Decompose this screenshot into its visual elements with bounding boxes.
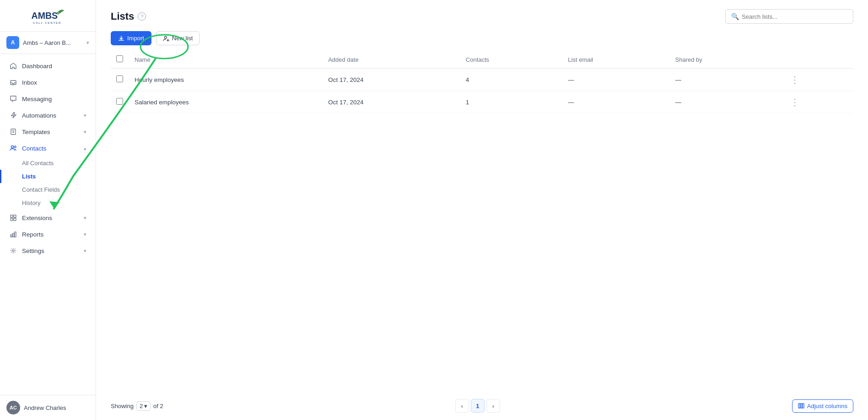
svg-rect-15 bbox=[798, 404, 800, 408]
users-icon bbox=[9, 144, 17, 152]
pagination-controls: ‹ 1 › bbox=[455, 399, 500, 413]
sidebar-item-templates[interactable]: Templates ▾ bbox=[0, 124, 96, 140]
page-header: Lists ? 🔍 bbox=[96, 0, 868, 24]
extensions-label: Extensions bbox=[22, 215, 79, 221]
account-name: Ambs – Aaron B... bbox=[23, 39, 83, 46]
lists-table: Name ↓ Added date Contacts List email Sh… bbox=[111, 51, 853, 113]
select-all-checkbox[interactable] bbox=[116, 55, 123, 62]
svg-rect-9 bbox=[14, 218, 16, 221]
search-input[interactable] bbox=[742, 13, 847, 20]
svg-rect-6 bbox=[11, 215, 13, 217]
zap-icon bbox=[9, 111, 17, 119]
sidebar-item-contacts[interactable]: Contacts ▴ bbox=[0, 140, 96, 156]
row-checkbox-1[interactable] bbox=[116, 75, 123, 82]
row-contacts-2: 1 bbox=[460, 91, 563, 113]
user-name: Andrew Charles bbox=[24, 404, 66, 411]
subnav-contact-fields[interactable]: Contact Fields bbox=[0, 183, 96, 196]
search-box[interactable]: 🔍 bbox=[725, 9, 853, 24]
columns-icon bbox=[798, 403, 804, 409]
grid-icon bbox=[9, 214, 17, 222]
bar-chart-icon bbox=[9, 230, 17, 238]
col-header-added-date: Added date bbox=[323, 51, 460, 69]
extensions-chevron-icon: ▾ bbox=[84, 215, 86, 221]
row-checkbox-2[interactable] bbox=[116, 98, 123, 105]
showing-text: Showing 2 ▾ of 2 bbox=[111, 401, 163, 411]
row-email-2: — bbox=[562, 91, 669, 113]
search-icon: 🔍 bbox=[731, 13, 739, 20]
adjust-columns-button[interactable]: Adjust columns bbox=[792, 399, 853, 413]
svg-point-13 bbox=[12, 250, 14, 252]
contacts-subnav: All Contacts Lists Contact Fields Histor… bbox=[0, 156, 96, 210]
svg-point-4 bbox=[11, 146, 14, 148]
row-more-button-1[interactable]: ⋮ bbox=[788, 74, 801, 85]
svg-text:CALL CENTER: CALL CENTER bbox=[33, 21, 61, 24]
help-icon[interactable]: ? bbox=[138, 12, 146, 21]
sidebar-item-reports[interactable]: Reports ▾ bbox=[0, 226, 96, 242]
sidebar-item-dashboard[interactable]: Dashboard bbox=[0, 58, 96, 74]
svg-rect-7 bbox=[14, 215, 16, 217]
toolbar: Import New list bbox=[96, 24, 868, 51]
page-title: Lists bbox=[111, 11, 134, 22]
person-add-icon bbox=[163, 35, 169, 42]
svg-rect-12 bbox=[15, 232, 16, 237]
dashboard-label: Dashboard bbox=[22, 63, 86, 70]
automations-chevron-icon: ▾ bbox=[84, 113, 86, 118]
logo-area: AMBS CALL CENTER bbox=[0, 0, 96, 32]
svg-rect-10 bbox=[11, 235, 12, 237]
col-header-list-email: List email bbox=[562, 51, 669, 69]
col-header-contacts: Contacts bbox=[460, 51, 563, 69]
row-name-2[interactable]: Salaried employees bbox=[129, 91, 323, 113]
settings-chevron-icon: ▾ bbox=[84, 248, 86, 254]
subnav-history[interactable]: History bbox=[0, 196, 96, 210]
main-content: Lists ? 🔍 Import New list Name ↓ bbox=[96, 0, 868, 420]
sidebar-item-inbox[interactable]: Inbox bbox=[0, 74, 96, 91]
svg-point-5 bbox=[14, 146, 16, 148]
ambs-logo: AMBS CALL CENTER bbox=[30, 7, 66, 26]
sidebar-item-automations[interactable]: Automations ▾ bbox=[0, 107, 96, 124]
pagination-row: Showing 2 ▾ of 2 ‹ 1 › Adjust columns bbox=[96, 393, 868, 420]
messaging-label: Messaging bbox=[22, 96, 86, 102]
col-header-name: Name ↓ bbox=[129, 51, 323, 69]
svg-rect-17 bbox=[803, 404, 804, 408]
templates-label: Templates bbox=[22, 129, 79, 135]
new-list-button[interactable]: New list bbox=[156, 31, 200, 45]
page-1-button[interactable]: 1 bbox=[471, 399, 485, 413]
svg-point-14 bbox=[164, 36, 167, 38]
next-page-button[interactable]: › bbox=[486, 399, 500, 413]
contacts-chevron-icon: ▴ bbox=[84, 145, 86, 151]
row-shared-2: — bbox=[670, 91, 783, 113]
main-nav: Dashboard Inbox Messaging Automations ▾ bbox=[0, 54, 96, 263]
row-shared-1: — bbox=[670, 69, 783, 91]
inbox-label: Inbox bbox=[22, 79, 86, 86]
reports-chevron-icon: ▾ bbox=[84, 232, 86, 237]
row-email-1: — bbox=[562, 69, 669, 91]
download-icon bbox=[118, 35, 124, 42]
import-button[interactable]: Import bbox=[111, 31, 151, 45]
sidebar: AMBS CALL CENTER A Ambs – Aaron B... ▾ D… bbox=[0, 0, 96, 420]
row-date-1: Oct 17, 2024 bbox=[323, 69, 460, 91]
svg-text:AMBS: AMBS bbox=[31, 11, 58, 21]
row-more-button-2[interactable]: ⋮ bbox=[788, 97, 801, 108]
row-contacts-1: 4 bbox=[460, 69, 563, 91]
contacts-label: Contacts bbox=[22, 145, 79, 152]
sidebar-item-messaging[interactable]: Messaging bbox=[0, 91, 96, 107]
svg-rect-3 bbox=[11, 129, 16, 135]
message-icon bbox=[9, 95, 17, 103]
reports-label: Reports bbox=[22, 231, 79, 238]
table-row: Salaried employees Oct 17, 2024 1 — — ⋮ bbox=[111, 91, 853, 113]
sidebar-item-settings[interactable]: Settings ▾ bbox=[0, 242, 96, 259]
svg-rect-11 bbox=[13, 233, 14, 237]
book-icon bbox=[9, 128, 17, 136]
svg-rect-8 bbox=[11, 218, 13, 221]
subnav-all-contacts[interactable]: All Contacts bbox=[0, 156, 96, 170]
table-row: Hourly employees Oct 17, 2024 4 — — ⋮ bbox=[111, 69, 853, 91]
prev-page-button[interactable]: ‹ bbox=[455, 399, 469, 413]
sidebar-item-extensions[interactable]: Extensions ▾ bbox=[0, 210, 96, 226]
automations-label: Automations bbox=[22, 112, 79, 119]
showing-count-selector[interactable]: 2 ▾ bbox=[136, 401, 151, 411]
inbox-icon bbox=[9, 78, 17, 86]
row-name-1[interactable]: Hourly employees bbox=[129, 69, 323, 91]
account-chevron-icon: ▾ bbox=[86, 40, 89, 46]
account-switcher[interactable]: A Ambs – Aaron B... ▾ bbox=[0, 32, 96, 54]
subnav-lists[interactable]: Lists bbox=[0, 170, 96, 183]
